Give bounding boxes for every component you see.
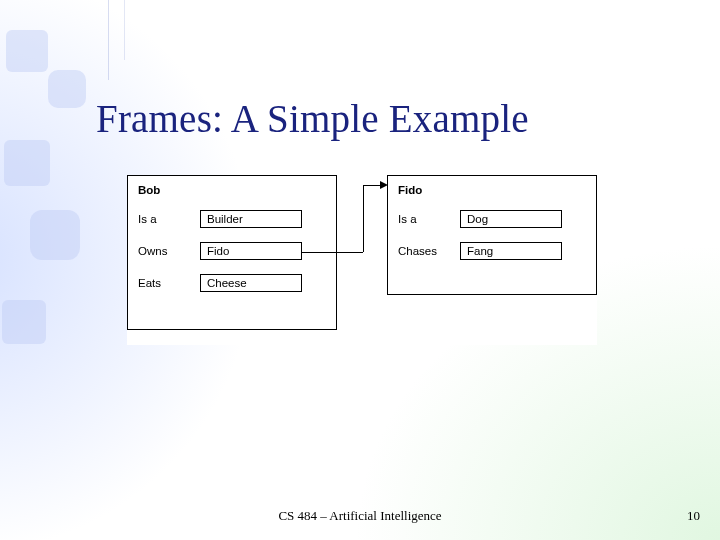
slot-label: Chases [398, 245, 460, 257]
slot-label: Is a [138, 213, 200, 225]
slide: Frames: A Simple Example Bob Is a Builde… [0, 0, 720, 540]
slot-row: Is a Dog [398, 210, 586, 228]
slide-title: Frames: A Simple Example [96, 96, 529, 141]
footer-page-number: 10 [687, 508, 700, 524]
slot-row: Eats Cheese [138, 274, 326, 292]
slot-label: Is a [398, 213, 460, 225]
footer-course: CS 484 – Artificial Intelligence [278, 508, 441, 524]
slot-label: Owns [138, 245, 200, 257]
slot-value: Fang [460, 242, 562, 260]
slot-row: Is a Builder [138, 210, 326, 228]
slot-row: Chases Fang [398, 242, 586, 260]
slot-value: Builder [200, 210, 302, 228]
slot-row: Owns Fido [138, 242, 326, 260]
slot-label: Eats [138, 277, 200, 289]
slot-value: Fido [200, 242, 302, 260]
slot-value: Dog [460, 210, 562, 228]
frame-fido: Fido Is a Dog Chases Fang [387, 175, 597, 295]
frame-name: Bob [138, 184, 326, 196]
frame-name: Fido [398, 184, 586, 196]
slot-value: Cheese [200, 274, 302, 292]
frames-diagram: Bob Is a Builder Owns Fido Eats Cheese F… [127, 175, 597, 345]
